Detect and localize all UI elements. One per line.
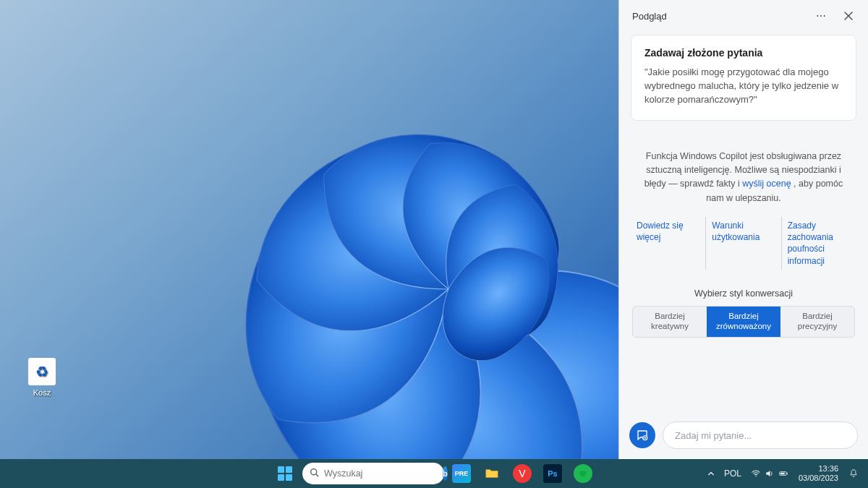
volume-icon [765,468,775,479]
recycle-bin-label: Kosz [20,388,64,397]
clock-tray[interactable]: 13:36 03/08/2023 [794,461,843,487]
search-icon [310,468,319,479]
photoshop-taskbar-button[interactable]: Ps [540,461,566,487]
suggestion-card[interactable]: Zadawaj złożone pytania "Jakie posiłki m… [631,35,856,121]
copilot-body: Zadawaj złożone pytania "Jakie posiłki m… [619,32,868,414]
copilot-icon: PRE [452,464,471,483]
style-precise-button[interactable]: Bardziejprecyzyjny [780,307,854,338]
clock-time: 13:36 [799,464,838,474]
svg-rect-5 [787,473,788,474]
close-button[interactable] [838,5,859,27]
conversation-style-label: Wybierz styl konwersacji [631,288,856,299]
style-balanced-button[interactable]: Bardziejzrównoważony [707,307,780,338]
suggestion-example: "Jakie posiłki mogę przygotować dla moje… [644,66,843,107]
taskbar: b PRE V Ps POL 13:36 03/08/2023 [0,459,868,488]
spotify-taskbar-button[interactable] [570,461,596,487]
taskbar-tray: POL 13:36 03/08/2023 [704,459,868,488]
style-creative-button[interactable]: Bardziejkreatywny [633,307,707,338]
windows-icon [278,466,292,481]
taskbar-search[interactable]: b [302,463,444,484]
copilot-header: Podgląd ⋯ [619,0,868,32]
wifi-icon [751,468,761,479]
spotify-icon [574,464,592,483]
vivaldi-icon: V [513,464,532,483]
recycle-bin-glyph: ♻ [28,358,56,385]
feedback-link[interactable]: wyślij ocenę [742,179,791,189]
start-button[interactable] [272,461,298,487]
explorer-taskbar-button[interactable] [479,461,505,487]
svg-rect-6 [780,473,785,474]
learn-more-link[interactable]: Dowiedz się więcej [631,217,705,270]
photoshop-icon: Ps [543,464,562,483]
ask-input[interactable] [663,421,858,449]
folder-icon [482,464,501,483]
chat-icon [636,429,649,442]
language-indicator[interactable]: POL [720,461,745,487]
bing-icon[interactable]: b [443,466,448,481]
chevron-up-icon [707,470,715,477]
notifications-button[interactable] [845,461,862,487]
copilot-panel: Podgląd ⋯ Zadawaj złożone pytania "Jakie… [618,0,868,459]
svg-point-1 [311,469,317,475]
copilot-taskbar-button[interactable]: PRE [448,461,475,487]
vivaldi-taskbar-button[interactable]: V [509,461,535,487]
svg-point-3 [755,476,757,477]
more-options-button[interactable]: ⋯ [810,5,832,27]
bell-icon [848,468,859,479]
recycle-bin-icon[interactable]: ♻ Kosz [20,358,64,397]
copilot-input-row [619,414,868,459]
copilot-title: Podgląd [632,11,804,22]
close-icon [844,12,853,20]
conversation-style-selector: Bardziejkreatywny Bardziejzrównoważony B… [632,306,855,338]
new-topic-button[interactable] [629,422,655,448]
taskbar-search-input[interactable] [324,468,438,479]
battery-icon [778,468,788,479]
tray-overflow-button[interactable] [704,461,718,487]
network-volume-tray[interactable] [747,461,792,487]
suggestion-heading: Zadawaj złożone pytania [644,47,843,59]
taskbar-center: b PRE V Ps [272,459,596,488]
footer-links: Dowiedz się więcej Warunki użytkowania Z… [631,217,856,270]
privacy-link[interactable]: Zasady zachowania poufności informacji [781,217,856,270]
clock-date: 03/08/2023 [799,474,838,483]
disclaimer-text: Funkcja Windows Copilot jest obsługiwana… [631,150,856,206]
terms-link[interactable]: Warunki użytkowania [705,217,780,270]
